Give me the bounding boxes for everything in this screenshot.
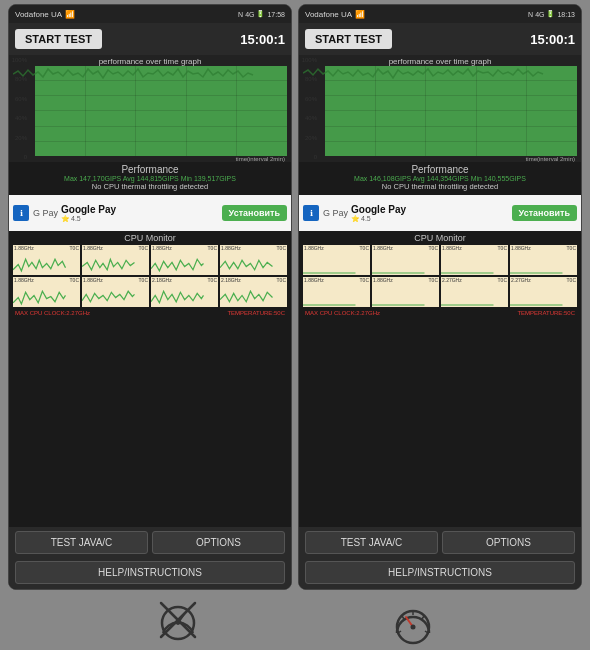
cpu-graphs-grid-right: 1.88GHz T0C 1.88GHz T0C 1.88GHz T0C xyxy=(303,245,577,307)
cpu-section-right: CPU Monitor 1.88GHz T0C 1.88GHz T0C xyxy=(299,231,581,527)
bottom-btns-left: TEST JAVA/C OPTIONS xyxy=(9,527,291,558)
svg-point-7 xyxy=(410,625,415,630)
ad-gpay-left: G Pay Google Pay ⭐ 4.5 xyxy=(33,204,116,223)
cpu-temp-right: TEMPERATURE:50C xyxy=(517,310,575,316)
cpu-cell-left-1: 1.88GHz T0C xyxy=(82,245,149,275)
toolbar-right: START TEST 15:00:1 xyxy=(299,23,581,55)
cpu-cell-left-2: 1.88GHz T0C xyxy=(151,245,218,275)
svg-line-11 xyxy=(422,616,424,619)
cpu-cell-right-6: 2.27GHz T0C xyxy=(441,277,508,307)
network-icon-left: 4G xyxy=(245,11,254,18)
gpay-title-right: Google Pay xyxy=(351,204,406,215)
network-icon-right: 4G xyxy=(535,11,544,18)
phones-container: Vodafone UA 📶 N 4G 🔋 17:58 START TEST 15… xyxy=(4,0,586,590)
graph-label-left: performance over time graph xyxy=(13,57,287,66)
cpu-cell-left-7: 2.18GHz T0C xyxy=(220,277,287,307)
cpu-wave-r6 xyxy=(441,286,494,307)
cpu-wave-r7 xyxy=(510,286,563,307)
cpu-graphs-grid-left: 1.88GHz T0C 1.88GHz T0C 1.88GHz T0C xyxy=(13,245,287,307)
cpu-section-left: CPU Monitor 1.88GHz T0C 1.88GHz T0C xyxy=(9,231,291,527)
gpay-logo-right: G Pay xyxy=(323,208,348,218)
graph-noise-svg-right xyxy=(303,66,577,81)
ad-banner-right: ℹ G Pay Google Pay ⭐ 4.5 Установить xyxy=(299,195,581,231)
throttle-text-right: No CPU thermal throttling detected xyxy=(303,182,577,193)
graph-label-right: performance over time graph xyxy=(303,57,577,66)
cpu-wave-4 xyxy=(13,286,66,307)
status-bar-left: Vodafone UA 📶 N 4G 🔋 17:58 xyxy=(9,5,291,23)
cpu-cell-right-4: 1.88GHz T0C xyxy=(303,277,370,307)
throttle-text-left: No CPU thermal throttling detected xyxy=(13,182,287,193)
perf-title-left: Performance xyxy=(13,164,287,175)
status-bar-right: Vodafone UA 📶 N 4G 🔋 18:13 xyxy=(299,5,581,23)
cpu-wave-0 xyxy=(13,254,66,275)
cpu-wave-r0 xyxy=(303,254,356,275)
battery-icon-left: 🔋 xyxy=(256,10,265,18)
start-test-button-left[interactable]: START TEST xyxy=(15,29,102,49)
cpu-cell-left-0: 1.88GHz T0C xyxy=(13,245,80,275)
carrier-right: Vodafone UA xyxy=(305,10,352,19)
phone-right: Vodafone UA 📶 N 4G 🔋 18:13 START TEST 15… xyxy=(298,4,582,590)
battery-icon-right: 🔋 xyxy=(546,10,555,18)
graph-noise-svg-left xyxy=(13,66,287,81)
cpu-max-info-left: MAX CPU CLOCK:2.27GHz TEMPERATURE:50C xyxy=(13,309,287,317)
signal-icon-right: 📶 xyxy=(355,10,365,19)
toolbar-left: START TEST 15:00:1 xyxy=(9,23,291,55)
nfc-icon-right: N xyxy=(528,11,533,18)
ad-info-icon-right: ℹ xyxy=(303,205,319,221)
gpay-title-left: Google Pay xyxy=(61,204,116,215)
perf-title-right: Performance xyxy=(303,164,577,175)
cpu-cell-right-7: 2.27GHz T0C xyxy=(510,277,577,307)
bottom-icons-row xyxy=(0,590,590,650)
cpu-cell-left-3: 1.88GHz T0C xyxy=(220,245,287,275)
cpu-wave-r1 xyxy=(372,254,425,275)
test-javac-btn-left[interactable]: TEST JAVA/C xyxy=(15,531,148,554)
cpu-wave-6 xyxy=(151,286,204,307)
cpu-monitor-label-right: CPU Monitor xyxy=(303,233,577,243)
cpu-cell-right-5: 1.88GHz T0C xyxy=(372,277,439,307)
cpu-wave-5 xyxy=(82,286,135,307)
time-left: 17:58 xyxy=(267,11,285,18)
time-label-left: time(interval 2min) xyxy=(13,156,287,162)
bottom-btns-right: TEST JAVA/C OPTIONS xyxy=(299,527,581,558)
cpu-wave-r3 xyxy=(510,254,563,275)
nfc-icon-left: N xyxy=(238,11,243,18)
gpay-rating-right: ⭐ 4.5 xyxy=(351,215,406,223)
perf-info-left: Performance Max 147,170GIPS Avg 144,815G… xyxy=(9,162,291,195)
options-btn-right[interactable]: OPTIONS xyxy=(442,531,575,554)
time-right: 18:13 xyxy=(557,11,575,18)
cpu-wave-1 xyxy=(82,254,135,275)
cpu-cell-left-6: 2.18GHz T0C xyxy=(151,277,218,307)
svg-line-9 xyxy=(402,616,404,619)
help-instructions-btn-right[interactable]: HELP/INSTRUCTIONS xyxy=(305,561,575,584)
cpu-max-clock-right: MAX CPU CLOCK:2.27GHz xyxy=(305,310,380,316)
perf-stats-right: Max 146,108GIPS Avg 144,354GIPS Min 140,… xyxy=(303,175,577,182)
ad-gpay-right: G Pay Google Pay ⭐ 4.5 xyxy=(323,204,406,223)
cpu-cell-left-5: 1.88GHz T0C xyxy=(82,277,149,307)
gpay-logo-left: G Pay xyxy=(33,208,58,218)
cpu-max-info-right: MAX CPU CLOCK:2.27GHz TEMPERATURE:50C xyxy=(303,309,577,317)
cpu-temp-left: TEMPERATURE:50C xyxy=(227,310,285,316)
perf-stats-left: Max 147,170GIPS Avg 144,815GIPS Min 139,… xyxy=(13,175,287,182)
signal-icon-left: 📶 xyxy=(65,10,75,19)
cpu-wave-r4 xyxy=(303,286,356,307)
cpu-cell-right-1: 1.88GHz T0C xyxy=(372,245,439,275)
time-label-right: time(interval 2min) xyxy=(303,156,577,162)
help-instructions-btn-left[interactable]: HELP/INSTRUCTIONS xyxy=(15,561,285,584)
cpu-wave-r5 xyxy=(372,286,425,307)
help-btn-row-left: HELP/INSTRUCTIONS xyxy=(9,558,291,589)
install-btn-left[interactable]: Установить xyxy=(222,205,287,221)
performance-graph-right: performance over time graph 100% 80% 60%… xyxy=(299,55,581,162)
options-btn-left[interactable]: OPTIONS xyxy=(152,531,285,554)
start-test-button-right[interactable]: START TEST xyxy=(305,29,392,49)
gpay-rating-left: ⭐ 4.5 xyxy=(61,215,116,223)
ad-banner-left: ℹ G Pay Google Pay ⭐ 4.5 Установить xyxy=(9,195,291,231)
cpu-max-clock-left: MAX CPU CLOCK:2.27GHz xyxy=(15,310,90,316)
phone-left: Vodafone UA 📶 N 4G 🔋 17:58 START TEST 15… xyxy=(8,4,292,590)
test-javac-btn-right[interactable]: TEST JAVA/C xyxy=(305,531,438,554)
install-btn-right[interactable]: Установить xyxy=(512,205,577,221)
cpu-wave-2 xyxy=(151,254,204,275)
help-btn-row-right: HELP/INSTRUCTIONS xyxy=(299,558,581,589)
cpu-wave-7 xyxy=(220,286,273,307)
carrier-left: Vodafone UA xyxy=(15,10,62,19)
perf-info-right: Performance Max 146,108GIPS Avg 144,354G… xyxy=(299,162,581,195)
